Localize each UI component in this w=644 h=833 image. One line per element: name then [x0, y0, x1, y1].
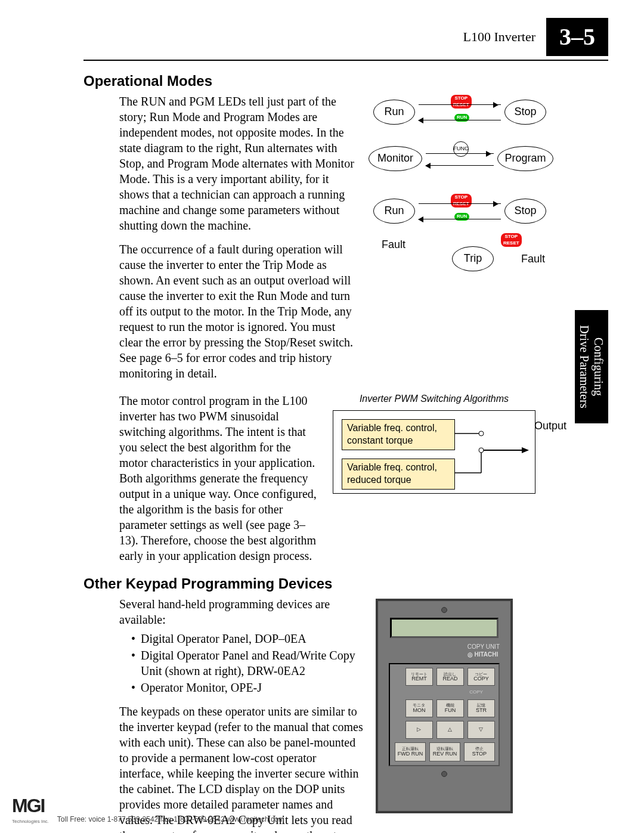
copy-unit-label: COPY UNIT ◎ HITACHI: [467, 643, 500, 658]
list-item: Operator Monitor, OPE-J: [131, 680, 364, 695]
remt-key: リモートREMT: [405, 668, 433, 686]
str-key: 記憶STR: [467, 699, 495, 717]
pwm-diagram-title: Inverter PWM Switching Algorithms: [333, 393, 535, 405]
svg-point-1: [479, 431, 484, 436]
arrow-icon: [426, 165, 494, 166]
devices-list: Digital Operator Panel, DOP–0EA Digital …: [83, 631, 364, 695]
arrow-icon: [419, 104, 501, 105]
mon-key: モニタMON: [405, 699, 433, 717]
node-monitor: Monitor: [369, 146, 422, 171]
heading-operational-modes: Operational Modes: [83, 72, 608, 90]
mgi-logo: MGI: [12, 795, 44, 816]
stop-reset-icon: STOPRESET: [451, 194, 472, 208]
svg-marker-6: [522, 447, 529, 453]
op-modes-para-1: The RUN and PGM LEDs tell just part of t…: [83, 94, 358, 233]
node-stop-2: Stop: [504, 199, 546, 224]
keypad: リモートREMT 読出しREAD コピーCOPY COPY モニタMON 機能F…: [389, 663, 500, 766]
op-modes-para-3: The motor control program in the L100 in…: [83, 393, 322, 563]
list-item: Digital Operator Panel, DOP–0EA: [131, 631, 364, 646]
node-run: Run: [373, 100, 415, 125]
op-modes-para-2: The occurrence of a fault during operati…: [83, 241, 358, 381]
node-program: Program: [497, 146, 553, 171]
read-key: 読出しREAD: [436, 668, 464, 686]
node-stop: Stop: [504, 100, 546, 125]
node-trip: Trip: [452, 246, 494, 271]
screw-icon: [441, 607, 447, 613]
pwm-algo-reduced: Variable freq. control,reduced torque: [342, 459, 455, 490]
stop-reset-icon: STOPRESET: [451, 95, 472, 109]
up-key: △: [436, 721, 464, 739]
output-arrow-icon: [455, 426, 532, 486]
arrow-icon: [419, 203, 501, 204]
fault-label-2: Fault: [521, 252, 545, 266]
copy-unit-photo: COPY UNIT ◎ HITACHI リモートREMT 読出しREAD コピー…: [376, 599, 513, 833]
page-header: L100 Inverter 3–5: [83, 18, 608, 61]
func-icon: FUNC: [453, 141, 469, 157]
list-item: Digital Operator Panel and Read/Write Co…: [131, 648, 364, 679]
svg-point-4: [479, 448, 484, 453]
pwm-diagram: Variable freq. control,constant torque V…: [333, 410, 535, 494]
side-tab: ConfiguringDrive Parameters: [575, 310, 608, 423]
stop-key: 停止STOP: [464, 742, 495, 761]
rev-run-key: 逆転運転REV RUN: [429, 742, 460, 761]
page-number: 3–5: [546, 18, 608, 56]
right-key: ▷: [405, 721, 433, 739]
screw-icon: [441, 771, 447, 777]
copy-key: コピーCOPY: [467, 668, 495, 686]
devices-intro: Several hand-held programming devices ar…: [83, 596, 364, 627]
pwm-output-label: Output: [534, 419, 566, 433]
copy-arrow-label: COPY: [394, 689, 495, 695]
node-run-2: Run: [373, 199, 415, 224]
state-diagram: Run Stop STOPRESET RUN Monitor Program F…: [369, 94, 559, 296]
page-footer: MGI Technologies Inc. Toll Free: voice 1…: [0, 794, 296, 825]
footer-contact: Toll Free: voice 1-877-539-2542 fax: 1-8…: [57, 815, 284, 825]
fwd-run-key: 正転運転FWD RUN: [395, 742, 426, 761]
down-key: ▽: [467, 721, 495, 739]
heading-other-keypad: Other Keypad Programming Devices: [83, 574, 608, 593]
pwm-algo-constant: Variable freq. control,constant torque: [342, 419, 455, 450]
arrow-icon: [419, 219, 501, 219]
arrow-icon: [426, 153, 494, 154]
stop-reset-icon: STOPRESET: [501, 233, 522, 247]
doc-title: L100 Inverter: [463, 29, 535, 46]
fault-label: Fault: [382, 238, 405, 252]
lcd-display: [390, 618, 499, 638]
arrow-icon: [419, 120, 501, 120]
mgi-logo-sub: Technologies Inc.: [12, 819, 49, 825]
fun-key: 機能FUN: [436, 699, 464, 717]
